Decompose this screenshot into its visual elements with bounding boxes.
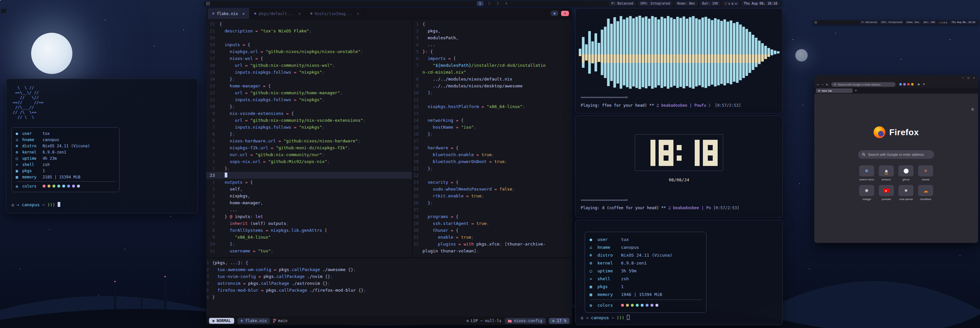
cava-bar bbox=[588, 31, 591, 74]
line-number: 3 bbox=[206, 273, 212, 280]
shortcut-chat.openai[interactable]: ❋chat.openai bbox=[896, 184, 916, 203]
cava-bar bbox=[632, 54, 635, 63]
color-dot bbox=[646, 304, 649, 307]
layout-icon[interactable]: ⊞ bbox=[946, 22, 947, 24]
close-buffer-button[interactable]: ✕ bbox=[561, 11, 569, 16]
code-line: 11 bbox=[413, 96, 572, 103]
line-number: 28 bbox=[413, 213, 423, 220]
account-icon[interactable]: ◉ bbox=[918, 82, 920, 86]
shortcut-amazon[interactable]: aamazon bbox=[877, 164, 896, 184]
fetch-window[interactable]: ●usertux⌂hnamecanopus❄distroNixOS 24.11 … bbox=[575, 220, 783, 325]
maximize-button[interactable]: □ bbox=[967, 76, 969, 79]
editor-tab[interactable]: ❄flake.nix× bbox=[208, 8, 250, 19]
line-number: 2 bbox=[206, 185, 220, 192]
app-launcher-icon[interactable] bbox=[206, 2, 210, 5]
editor-tab[interactable]: ❄hosts/isoImag...× bbox=[305, 8, 364, 19]
editor-tab[interactable]: ❄pkgs/default...× bbox=[250, 8, 305, 19]
line-number: 6 bbox=[206, 294, 212, 301]
clock-digit-cell bbox=[695, 140, 700, 145]
fetch-row: ▣pkgs1 bbox=[16, 168, 115, 174]
code-line: 15 inputs.nixpkgs.follows = "nixpkgs"; bbox=[206, 69, 412, 76]
extension-icon-0[interactable] bbox=[899, 83, 902, 86]
firefox-titlebar[interactable]: – □ ✕ bbox=[814, 76, 978, 81]
pkgs-default-buffer[interactable]: 1{pkgs, ...}: {2 tux-awesome-wm-config =… bbox=[206, 258, 572, 317]
shortcut-cloudflare[interactable]: ☁cloudflare bbox=[916, 184, 935, 203]
layout-icon[interactable]: ⊞ bbox=[735, 2, 737, 5]
editor-window[interactable]: ❄flake.nix×❄pkgs/default...×❄hosts/isoIm… bbox=[206, 8, 572, 325]
bar-clock[interactable]: Thu Aug 08, 18:18 bbox=[741, 1, 780, 6]
buffer-toggle-button[interactable]: ◉ bbox=[550, 11, 558, 16]
tab-close-icon[interactable]: × bbox=[357, 11, 359, 16]
bar-clock[interactable]: Thu Aug 08, 18:18 bbox=[950, 21, 977, 24]
clock-digit-cell bbox=[703, 145, 708, 150]
shortcut-search.nixos[interactable]: ❄search.nixos bbox=[857, 164, 877, 184]
notifications-icon[interactable]: ≣ bbox=[943, 22, 945, 24]
cava-bar bbox=[635, 54, 638, 63]
new-tab-button[interactable]: + bbox=[855, 89, 857, 93]
iso-image-buffer[interactable]: 1{2 pkgs,3 modulesPath,4 ...5}: {6 impor… bbox=[413, 19, 572, 257]
workspace-tag-3[interactable]: 3 bbox=[495, 1, 501, 6]
cava-bar bbox=[714, 18, 717, 86]
code-line: 16 url = "github:nix-community/nixos-wsl… bbox=[206, 62, 412, 69]
color-dot bbox=[52, 185, 56, 188]
forward-button[interactable]: → bbox=[821, 82, 823, 86]
address-bar[interactable]: Search with Google or enter address bbox=[831, 82, 896, 87]
shortcut-chatgpt[interactable]: ❋chatgpt bbox=[857, 184, 877, 203]
lines-icon: ≡ bbox=[552, 318, 555, 323]
cava-bar bbox=[645, 16, 648, 89]
code-line: 25 rtkit.enable = true; bbox=[413, 192, 572, 200]
firefox-newtab-page: ⚙ Firefox Search with Google or enter ad… bbox=[814, 93, 978, 243]
workspace-tag-1[interactable]: 1 bbox=[477, 1, 483, 6]
tab-close-icon[interactable]: × bbox=[242, 11, 245, 16]
search-icon bbox=[834, 84, 836, 86]
terminal-window[interactable]: \ \ // ==\__\/ // // \// ==// //== //\__… bbox=[6, 79, 198, 214]
editor-splits: 22{21 description = "tux's NixOS Flake";… bbox=[206, 19, 572, 257]
reload-button[interactable]: ↻ bbox=[826, 82, 828, 86]
project-indicator[interactable]: nixos-config bbox=[505, 318, 546, 324]
network-icon[interactable]: ⇅ bbox=[941, 22, 943, 24]
git-branch[interactable]: main bbox=[273, 318, 288, 323]
line-number: 11 bbox=[206, 96, 220, 103]
memory-icon: ▦ bbox=[16, 175, 22, 179]
menu-icon[interactable]: ≡ bbox=[923, 82, 924, 86]
tab-close-icon[interactable]: × bbox=[298, 11, 301, 16]
line-number: 16 bbox=[413, 131, 423, 138]
workspace-tag-2[interactable]: 2 bbox=[487, 1, 492, 6]
network-icon[interactable]: ⇅ bbox=[728, 2, 730, 5]
packages-icon: ▣ bbox=[590, 284, 597, 289]
newtab-search-bar[interactable]: Search with Google or enter address bbox=[858, 150, 934, 159]
shell-prompt[interactable]: ⌂ → canopus ~ ))) bbox=[11, 202, 60, 207]
personalize-gear-icon[interactable]: ⚙ bbox=[971, 107, 974, 112]
clock-window[interactable]: 08/08/24 ======================> Playing… bbox=[575, 116, 783, 218]
line-number: 27 bbox=[413, 206, 423, 213]
line-number: 6 bbox=[206, 131, 220, 138]
browser-tab[interactable]: New Tab bbox=[816, 89, 853, 93]
workspace-tag-4[interactable]: 4 bbox=[504, 1, 509, 6]
shortcut-github[interactable]: github bbox=[896, 164, 916, 184]
close-button[interactable]: ✕ bbox=[973, 76, 975, 79]
extension-icon-3[interactable] bbox=[911, 83, 913, 86]
shortcut-claude[interactable]: ✳claude bbox=[916, 164, 935, 184]
shortcut-youtube[interactable]: ▶youtube bbox=[877, 184, 896, 203]
file-indicator[interactable]: ❄flake.nix bbox=[237, 318, 270, 324]
line-number: 25 bbox=[413, 192, 423, 200]
volume-icon[interactable]: ♪ bbox=[939, 22, 941, 24]
minimize-button[interactable]: – bbox=[963, 76, 964, 79]
line-number: 7 bbox=[206, 124, 220, 131]
extension-icon-2[interactable] bbox=[907, 83, 910, 86]
firefox-window[interactable]: – □ ✕ ← → ↻ Search with Google or enter … bbox=[814, 76, 978, 243]
flake-nix-buffer[interactable]: 22{21 description = "tux's NixOS Flake";… bbox=[206, 19, 412, 257]
code-line: 7 inherit (self) outputs; bbox=[206, 220, 412, 227]
shell-prompt[interactable]: ⌂ → canopus ~ ))) bbox=[581, 315, 630, 320]
cava-visualizer-window[interactable]: ======================> Playing: ffee fo… bbox=[575, 8, 783, 114]
cava-bar bbox=[676, 54, 679, 63]
volume-icon[interactable]: ♪ bbox=[725, 2, 727, 5]
extension-icon-1[interactable] bbox=[904, 83, 906, 86]
back-button[interactable]: ← bbox=[817, 82, 819, 86]
notifications-icon[interactable]: ≣ bbox=[732, 2, 733, 5]
fetch-row: ❄distroNixOS 24.11 (Vicuna) bbox=[590, 251, 702, 259]
seven-segment-time bbox=[641, 140, 718, 166]
cava-bar bbox=[764, 54, 767, 59]
app-launcher-icon[interactable] bbox=[815, 21, 817, 24]
line-number: 10 bbox=[413, 89, 423, 96]
